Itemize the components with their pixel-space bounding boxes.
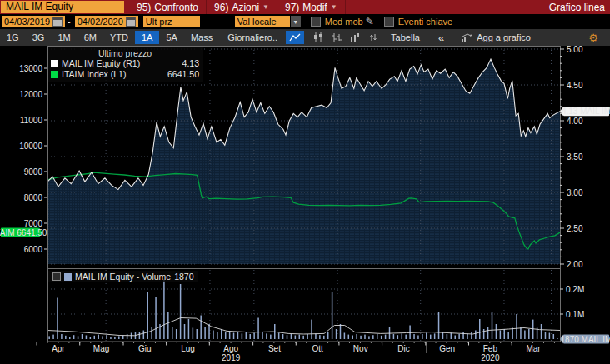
- annotate-chart-icon: [461, 33, 472, 42]
- pencil-icon[interactable]: ✎: [366, 16, 374, 27]
- volume-last-badge: 1870 MAIL IM: [560, 335, 610, 344]
- bar-chart-flag-icon[interactable]: [346, 31, 364, 44]
- svg-text:13000: 13000: [19, 64, 42, 73]
- itaim-series-swatch: [51, 71, 58, 78]
- date-to-value: 04/02/2020: [78, 16, 123, 27]
- svg-text:Lug: Lug: [181, 344, 195, 353]
- svg-text:6000: 6000: [24, 245, 43, 254]
- panel-expand-icon[interactable]: [52, 272, 61, 281]
- menu-confronto[interactable]: 95) Confronto: [129, 0, 207, 14]
- mail-series-value: 4.13: [171, 58, 199, 69]
- candlestick-icon[interactable]: [309, 31, 328, 44]
- range-button-mass[interactable]: Mass: [184, 31, 219, 44]
- volume-legend[interactable]: MAIL IM Equity - Volume 1870: [48, 271, 198, 282]
- index-last-badge: ITAIM 6641.50: [0, 228, 48, 237]
- svg-text:Dic: Dic: [398, 344, 409, 353]
- sort-arrows-icon[interactable]: [364, 31, 382, 44]
- svg-text:Gen: Gen: [439, 344, 455, 353]
- volume-bars: [48, 279, 558, 339]
- range-button-ytd[interactable]: YTD: [103, 31, 135, 44]
- svg-text:12000: 12000: [19, 90, 42, 99]
- chevron-down-icon: ▼: [262, 3, 269, 11]
- svg-text:7000: 7000: [24, 219, 43, 228]
- ohlc-bars-icon[interactable]: [328, 31, 346, 44]
- volume-series-name: MAIL IM Equity - Volume: [75, 272, 171, 282]
- tabella-button[interactable]: Tabella: [382, 32, 428, 42]
- range-button-6m[interactable]: 6M: [78, 31, 103, 44]
- range-button-1a[interactable]: 1A: [135, 31, 159, 44]
- svg-text:10000: 10000: [19, 142, 42, 151]
- controls-row: 04/03/2019 - 04/02/2020 Ult prz Val loca…: [0, 14, 610, 29]
- svg-text:3.50: 3.50: [567, 152, 583, 162]
- legend-row-mail[interactable]: MAIL IM Equity (R1) 4.13: [51, 58, 199, 69]
- currency-select-value: Val locale: [238, 16, 277, 27]
- svg-text:Ott: Ott: [312, 344, 323, 353]
- menu-label: Confronto: [154, 2, 198, 13]
- legend-header: Ultimo prezzo: [51, 48, 199, 58]
- volume-axis: 0.2M0.1M: [560, 285, 584, 319]
- range-button-3g[interactable]: 3G: [26, 31, 52, 44]
- chart-toolbar: 1G 3G 1M 6M YTD 1A 5A Mass Giornaliero..…: [0, 29, 610, 46]
- period-dropdown[interactable]: Giornaliero..: [219, 32, 286, 42]
- right-axis: 5.004.504.003.503.002.502.00: [560, 46, 583, 269]
- price-area-fill: [48, 59, 560, 264]
- menu-number: 96): [214, 2, 228, 13]
- svg-text:Apr: Apr: [52, 344, 65, 353]
- gear-icon[interactable]: ⚙: [588, 32, 598, 44]
- menu-label: Azioni: [232, 2, 259, 13]
- svg-text:8000: 8000: [24, 193, 43, 202]
- svg-text:9000: 9000: [24, 167, 43, 177]
- itaim-series-value: 6641.50: [156, 69, 199, 80]
- eventi-chiave-checkbox[interactable]: [384, 17, 394, 27]
- svg-text:4.13 MAIL IM: 4.13 MAIL IM: [562, 107, 610, 116]
- menu-number: 97): [285, 2, 299, 13]
- svg-text:2.00: 2.00: [567, 260, 583, 269]
- menu-azioni[interactable]: 96) Azioni ▼: [207, 0, 278, 14]
- mail-series-swatch: [51, 60, 58, 67]
- range-button-1m[interactable]: 1M: [51, 31, 77, 44]
- eventi-chiave-label: Eventi chiave: [398, 17, 452, 27]
- svg-text:Giu: Giu: [138, 344, 152, 353]
- price-volume-chart[interactable]: 1300012000110001000090008000700060005.00…: [0, 46, 610, 364]
- med-mob-checkbox[interactable]: [311, 17, 321, 27]
- svg-text:Mag: Mag: [93, 344, 109, 353]
- svg-text:Set: Set: [268, 344, 281, 353]
- menu-modif[interactable]: 97) Modif ▼: [278, 0, 346, 14]
- svg-text:2.50: 2.50: [567, 224, 583, 233]
- itaim-series-name: ITAIM Index (L1): [62, 69, 126, 80]
- range-button-5a[interactable]: 5A: [159, 31, 183, 44]
- chevron-down-icon[interactable]: ▼: [291, 16, 301, 27]
- date-range-separator: -: [65, 17, 73, 27]
- svg-text:Feb: Feb: [483, 344, 498, 353]
- security-ticker-field[interactable]: MAIL IM Equity: [1, 1, 124, 13]
- med-mob-label: Med mob: [325, 17, 363, 27]
- svg-text:ITAIM 6641.50: ITAIM 6641.50: [0, 228, 48, 237]
- left-axis: 130001200011000100009000800070006000: [19, 64, 48, 254]
- bloomberg-chart-window: MAIL IM Equity 95) Confronto 96) Azioni …: [0, 0, 610, 364]
- svg-text:0.1M: 0.1M: [566, 310, 584, 319]
- chart-legend: Ultimo prezzo MAIL IM Equity (R1) 4.13 I…: [48, 47, 203, 82]
- agg-a-grafico-button[interactable]: Agg a grafico: [454, 32, 538, 42]
- svg-text:Ago: Ago: [223, 344, 238, 353]
- calendar-icon[interactable]: [52, 17, 62, 27]
- legend-row-itaim[interactable]: ITAIM Index (L1) 6641.50: [51, 69, 199, 80]
- collapse-panel-button[interactable]: «: [428, 32, 454, 44]
- menu-label: Modif: [302, 2, 327, 13]
- svg-text:11000: 11000: [20, 116, 43, 125]
- field-select[interactable]: Ult prz: [143, 16, 200, 27]
- line-chart-icon[interactable]: [286, 31, 304, 44]
- date-from-field[interactable]: 04/03/2019: [2, 16, 65, 27]
- svg-text:2019: 2019: [222, 353, 241, 362]
- currency-select[interactable]: Val locale: [235, 16, 290, 27]
- volume-average-line: [48, 318, 560, 336]
- range-button-1g[interactable]: 1G: [0, 31, 26, 44]
- date-to-field[interactable]: 04/02/2020: [75, 16, 138, 27]
- calendar-icon[interactable]: [126, 17, 136, 27]
- field-select-value: Ult prz: [146, 16, 172, 27]
- mail-series-name: MAIL IM Equity (R1): [62, 58, 140, 69]
- date-from-value: 04/03/2019: [4, 16, 50, 27]
- chevron-down-icon: ▼: [331, 3, 338, 11]
- page-title: Grafico linea: [549, 2, 610, 13]
- volume-series-swatch: [64, 273, 72, 281]
- chart-area[interactable]: 1300012000110001000090008000700060005.00…: [0, 46, 610, 364]
